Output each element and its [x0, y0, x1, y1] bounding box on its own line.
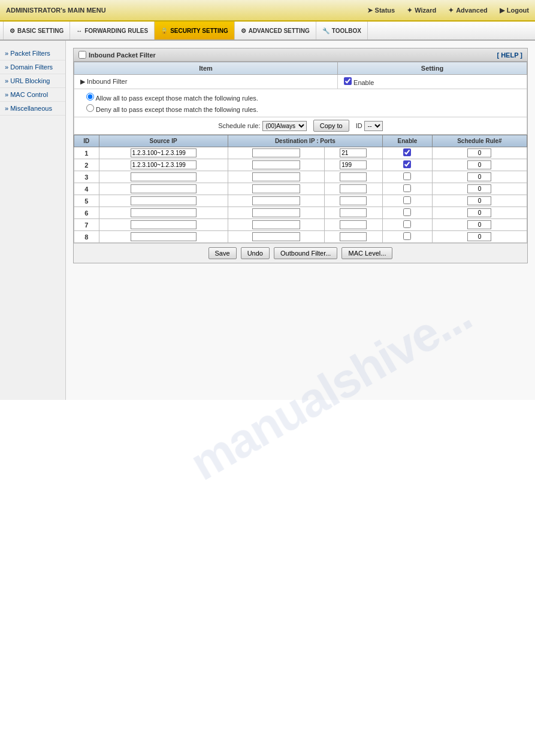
inbound-filter-panel-checkbox[interactable]	[78, 51, 86, 59]
nav-wizard[interactable]: ✦ Wizard	[407, 7, 436, 14]
radio-allow-label[interactable]: Allow all to pass except those match the…	[86, 92, 515, 103]
col-schedule-rule-header: Schedule Rule#	[432, 135, 527, 147]
security-setting-icon: 🔒	[161, 28, 168, 34]
table-row: 1	[74, 147, 527, 159]
source-ip-input-7[interactable]	[131, 220, 197, 229]
schedule-input-2[interactable]	[467, 160, 491, 169]
dest-port-input-2[interactable]	[340, 160, 367, 169]
dest-port-input-5[interactable]	[340, 196, 367, 205]
dest-ip-input-6[interactable]	[252, 208, 300, 217]
row-dest-ip-8	[228, 231, 324, 243]
dest-ip-input-8[interactable]	[252, 232, 300, 241]
security-setting-label: SECURITY SETTING	[170, 28, 228, 34]
source-ip-input-2[interactable]	[131, 160, 197, 169]
forwarding-rules-label: FORWARDING RULES	[84, 28, 148, 34]
nav-logout[interactable]: ▶ Logout	[500, 7, 529, 14]
advanced-icon: ✦	[448, 7, 454, 14]
dest-port-input-7[interactable]	[340, 220, 367, 229]
row-id-6: 6	[74, 207, 99, 219]
sec-nav-bar: ⚙ BASIC SETTING ↔ FORWARDING RULES 🔒 SEC…	[0, 22, 535, 41]
radio-allow-text: Allow all to pass except those match the…	[95, 95, 258, 102]
radio-deny-label[interactable]: Deny all to pass except those match the …	[86, 103, 515, 114]
source-ip-input-5[interactable]	[131, 196, 197, 205]
dest-ip-input-3[interactable]	[252, 172, 300, 181]
row-dest-port-5	[324, 195, 383, 207]
dest-port-input-1[interactable]	[340, 148, 367, 157]
row-enable-5	[383, 195, 433, 207]
dest-ip-input-4[interactable]	[252, 184, 300, 193]
col-item-header: Item	[74, 62, 338, 75]
source-ip-input-1[interactable]	[131, 148, 197, 157]
tab-basic-setting[interactable]: ⚙ BASIC SETTING	[3, 22, 70, 40]
sidebar-item-domain-filters[interactable]: Domain Filters	[0, 60, 65, 74]
sidebar-item-miscellaneous[interactable]: Miscellaneous	[0, 102, 65, 116]
table-row: 2	[74, 159, 527, 171]
dest-ip-input-1[interactable]	[252, 148, 300, 157]
mac-level-button[interactable]: MAC Level...	[341, 247, 392, 259]
col-setting-header: Setting	[337, 62, 527, 75]
enable-checkbox-3[interactable]	[403, 172, 411, 180]
outbound-filter-button[interactable]: Outbound Filter...	[274, 247, 337, 259]
schedule-input-6[interactable]	[467, 208, 491, 217]
schedule-input-5[interactable]	[467, 196, 491, 205]
inbound-enable-checkbox[interactable]	[344, 77, 352, 85]
tab-forwarding-rules[interactable]: ↔ FORWARDING RULES	[70, 22, 155, 40]
source-ip-input-6[interactable]	[131, 208, 197, 217]
schedule-input-8[interactable]	[467, 232, 491, 241]
radio-deny[interactable]	[86, 104, 94, 112]
sidebar-item-packet-filters[interactable]: Packet Filters	[0, 47, 65, 60]
enable-checkbox-2[interactable]	[403, 160, 411, 168]
nav-status[interactable]: ➤ Status	[367, 7, 395, 14]
main-layout: Packet Filters Domain Filters URL Blocki…	[0, 41, 535, 400]
radio-allow[interactable]	[86, 93, 94, 101]
advanced-setting-icon: ⚙	[241, 28, 246, 34]
wizard-icon: ✦	[407, 7, 412, 14]
row-enable-7	[383, 219, 433, 231]
dest-port-input-3[interactable]	[340, 172, 367, 181]
sidebar-item-url-blocking[interactable]: URL Blocking	[0, 74, 65, 88]
tab-toolbox[interactable]: 🔧 TOOLBOX	[316, 22, 368, 40]
inbound-packet-filter-panel: Inbound Packet Filter [ HELP ] Item Sett…	[73, 48, 528, 263]
row-schedule-7	[432, 219, 527, 231]
table-row: 5	[74, 195, 527, 207]
dest-port-input-4[interactable]	[340, 184, 367, 193]
source-ip-input-4[interactable]	[131, 184, 197, 193]
enable-checkbox-7[interactable]	[403, 220, 411, 228]
copy-to-button[interactable]: Copy to	[313, 120, 349, 132]
source-ip-input-3[interactable]	[131, 172, 197, 181]
nav-advanced-label: Advanced	[456, 7, 488, 14]
help-link[interactable]: [ HELP ]	[497, 51, 522, 59]
enable-checkbox-8[interactable]	[403, 232, 411, 240]
schedule-input-4[interactable]	[467, 184, 491, 193]
tab-advanced-setting[interactable]: ⚙ ADVANCED SETTING	[235, 22, 316, 40]
row-dest-port-7	[324, 219, 383, 231]
schedule-input-3[interactable]	[467, 172, 491, 181]
source-ip-input-8[interactable]	[131, 232, 197, 241]
schedule-input-7[interactable]	[467, 220, 491, 229]
undo-button[interactable]: Undo	[241, 247, 270, 259]
col-source-ip-header: Source IP	[99, 135, 228, 147]
schedule-input-1[interactable]	[467, 148, 491, 157]
enable-checkbox-6[interactable]	[403, 208, 411, 216]
inbound-filter-label: Inbound Filter	[87, 78, 127, 85]
row-dest-ip-1	[228, 147, 324, 159]
dest-ip-input-7[interactable]	[252, 220, 300, 229]
schedule-select[interactable]: (00)Always (01)Rule1 (02)Rule2	[262, 121, 307, 131]
filter-table-header-row: ID Source IP Destination IP : Ports Enab…	[74, 135, 527, 147]
row-enable-8	[383, 231, 433, 243]
enable-checkbox-1[interactable]	[403, 148, 411, 156]
nav-advanced[interactable]: ✦ Advanced	[448, 7, 488, 14]
tab-security-setting[interactable]: 🔒 SECURITY SETTING	[155, 22, 235, 40]
row-dest-port-1	[324, 147, 383, 159]
id-select[interactable]: -- 1 2 3 4 5 6 7 8	[364, 121, 383, 131]
enable-checkbox-4[interactable]	[403, 184, 411, 192]
dest-ip-input-2[interactable]	[252, 160, 300, 169]
enable-checkbox-5[interactable]	[403, 196, 411, 204]
dest-ip-input-5[interactable]	[252, 196, 300, 205]
save-button[interactable]: Save	[208, 247, 237, 259]
col-id-header: ID	[74, 135, 99, 147]
row-schedule-4	[432, 183, 527, 195]
dest-port-input-6[interactable]	[340, 208, 367, 217]
dest-port-input-8[interactable]	[340, 232, 367, 241]
sidebar-item-mac-control[interactable]: MAC Control	[0, 88, 65, 102]
